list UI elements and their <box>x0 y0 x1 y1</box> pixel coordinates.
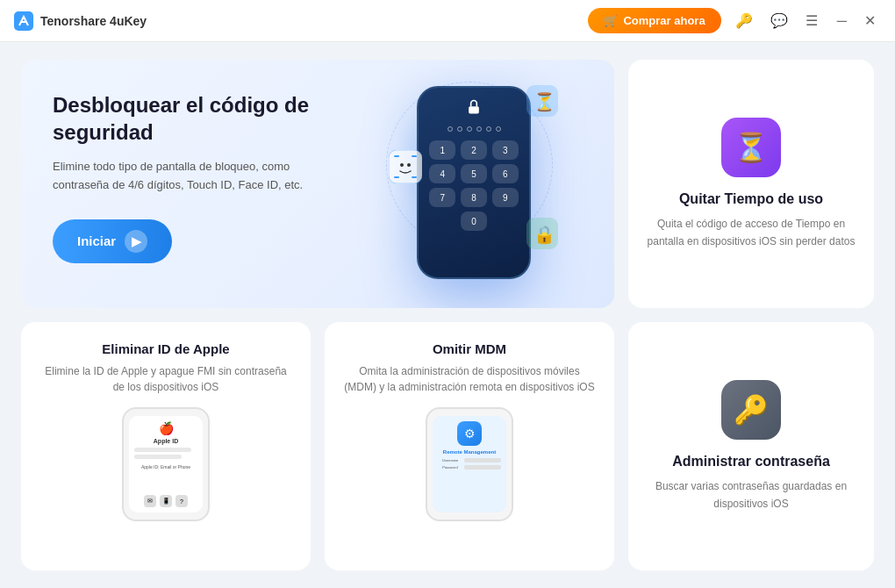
key-icon: 🔑 <box>734 393 769 427</box>
titlebar-left: Tenorshare 4uKey <box>14 11 147 31</box>
apple-id-screen: 🍎 Apple ID Apple ID: Email or Phone ✉ 📱 … <box>129 416 203 513</box>
lock-float-icon: 🔒 <box>523 214 562 253</box>
app-title: Tenorshare 4uKey <box>40 14 147 28</box>
buy-button[interactable]: 🛒 Comprar ahora <box>588 8 720 33</box>
password-manager-description: Buscar varias contraseñas guardadas en d… <box>646 478 856 512</box>
apple-id-form-lines <box>134 448 197 459</box>
svg-point-9 <box>400 163 404 167</box>
screen-time-title: Quitar Tiempo de uso <box>679 191 823 207</box>
screen-time-icon-wrap: ⏳ <box>721 118 781 177</box>
apple-id-phone: 🍎 Apple ID Apple ID: Email or Phone ✉ 📱 … <box>122 407 210 521</box>
app-logo <box>14 11 33 31</box>
svg-point-10 <box>407 163 411 167</box>
start-button-label: Iniciar <box>77 233 116 248</box>
window-controls: ─ ✕ <box>832 11 881 31</box>
cart-icon: 🛒 <box>604 14 618 27</box>
faceid-float-icon <box>386 147 425 186</box>
svg-rect-5 <box>394 155 399 157</box>
hourglass-float-icon: ⏳ <box>523 82 562 120</box>
titlebar-right: 🛒 Comprar ahora 🔑 💬 ☰ ─ ✕ <box>588 8 881 33</box>
hourglass-icon: ⏳ <box>734 131 769 164</box>
hero-description: Elimine todo tipo de pantalla de bloqueo… <box>53 158 316 195</box>
minimize-button[interactable]: ─ <box>832 11 852 31</box>
screen-time-description: Quita el código de acceso de Tiempo en p… <box>646 216 856 249</box>
mdm-form-fields: Username Password <box>438 458 501 470</box>
key-0: 0 <box>461 212 487 231</box>
key-icon[interactable]: 🔑 <box>732 9 756 32</box>
phone-dots <box>426 126 522 132</box>
mdm-gear-icon: ⚙ <box>457 421 482 446</box>
main-content: Desbloquear el código de seguridad Elimi… <box>0 42 895 588</box>
key-4: 4 <box>429 164 455 183</box>
key-6: 6 <box>492 164 519 183</box>
close-button[interactable]: ✕ <box>859 11 881 31</box>
mdm-title: Omitir MDM <box>433 341 506 356</box>
phone-keypad: 1 2 3 4 5 6 7 8 9 0 <box>426 140 522 231</box>
mdm-card: Omitir MDM Omita la administración de di… <box>325 322 614 570</box>
apple-id-title: Eliminar ID de Apple <box>102 341 229 356</box>
key-2: 2 <box>461 140 487 160</box>
arrow-icon: ▶ <box>125 230 147 253</box>
svg-text:⏳: ⏳ <box>533 91 555 112</box>
message-icon: ✉ <box>144 495 156 507</box>
key-3: 3 <box>492 140 519 160</box>
mdm-screen: ⚙ Remote Management Username Password <box>433 416 506 513</box>
svg-rect-4 <box>389 150 422 183</box>
phone-lock-icon <box>426 98 522 119</box>
phone-illustration: 1 2 3 4 5 6 7 8 9 0 <box>386 77 562 288</box>
buy-button-label: Comprar ahora <box>623 14 705 27</box>
apple-id-card: Eliminar ID de Apple Elimine la ID de Ap… <box>21 322 311 570</box>
svg-rect-7 <box>394 176 399 178</box>
key-8: 8 <box>461 188 487 207</box>
svg-rect-1 <box>469 106 479 113</box>
svg-rect-6 <box>412 155 417 157</box>
start-button[interactable]: Iniciar ▶ <box>53 219 172 263</box>
menu-icon[interactable]: ☰ <box>802 9 821 32</box>
key-5: 5 <box>461 164 487 183</box>
password-manager-title: Administrar contraseña <box>672 454 830 470</box>
svg-rect-8 <box>412 176 417 178</box>
phone-body: 1 2 3 4 5 6 7 8 9 0 <box>417 86 531 279</box>
password-icon-wrap: 🔑 <box>721 380 781 440</box>
hero-card: Desbloquear el código de seguridad Elimi… <box>21 60 614 308</box>
mdm-description: Omita la administración de dispositivos … <box>342 363 597 395</box>
mdm-screen-label: Remote Management <box>443 449 496 455</box>
key-9: 9 <box>492 188 519 207</box>
password-manager-card: 🔑 Administrar contraseña Buscar varias c… <box>628 322 874 570</box>
key-1: 1 <box>429 140 455 160</box>
apple-id-description: Elimine la ID de Apple y apague FMI sin … <box>39 363 293 395</box>
key-7: 7 <box>429 188 455 207</box>
apple-id-screen-label: Apple ID <box>154 438 178 444</box>
apple-id-bottom-icons: ✉ 📱 ? <box>144 495 188 507</box>
mdm-phone: ⚙ Remote Management Username Password <box>426 407 513 521</box>
svg-text:🔒: 🔒 <box>533 224 555 245</box>
chat-icon[interactable]: 💬 <box>767 9 791 32</box>
hero-title: Desbloquear el código de seguridad <box>53 91 316 146</box>
screen-time-card: ⏳ Quitar Tiempo de uso Quita el código d… <box>628 60 874 308</box>
phone-screen: 1 2 3 4 5 6 7 8 9 0 <box>419 88 529 241</box>
apple-logo-icon: 🍎 <box>159 421 174 435</box>
hero-text: Desbloquear el código de seguridad Elimi… <box>53 91 316 263</box>
mdm-field-username: Username <box>438 458 501 463</box>
titlebar: Tenorshare 4uKey 🛒 Comprar ahora 🔑 💬 ☰ ─… <box>0 0 895 42</box>
phone-icon: 📱 <box>160 495 172 507</box>
mdm-field-password: Password <box>438 465 501 470</box>
bottom-left-cards: Eliminar ID de Apple Elimine la ID de Ap… <box>21 322 614 570</box>
question-icon: ? <box>175 495 188 507</box>
